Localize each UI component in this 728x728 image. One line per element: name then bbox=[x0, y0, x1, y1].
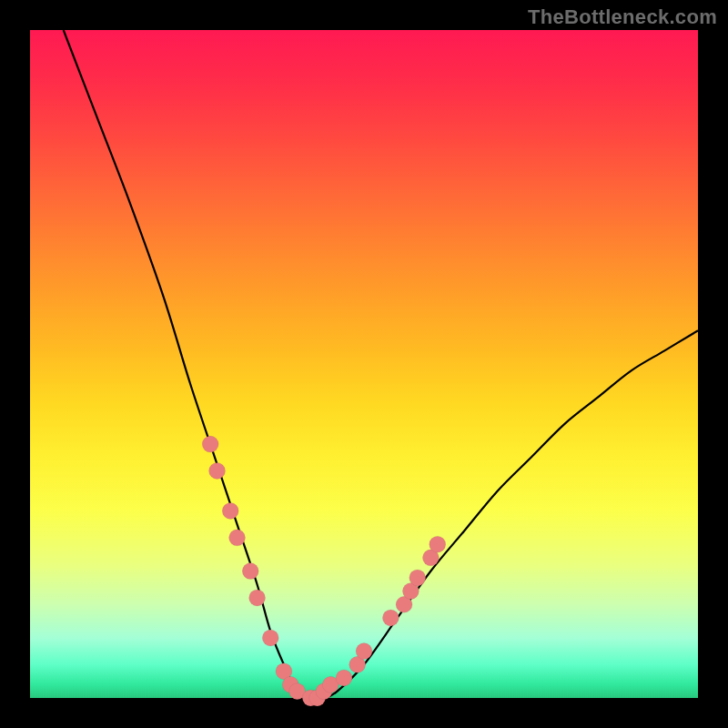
data-point bbox=[249, 590, 266, 606]
data-point bbox=[242, 563, 258, 580]
data-point bbox=[229, 530, 246, 546]
data-point bbox=[356, 643, 372, 660]
chart-plot-area bbox=[30, 30, 698, 698]
data-point bbox=[222, 502, 238, 519]
data-points-group bbox=[202, 436, 446, 706]
watermark-text: TheBottleneck.com bbox=[528, 5, 717, 29]
data-point bbox=[209, 462, 226, 479]
chart-svg bbox=[30, 30, 698, 698]
data-point bbox=[382, 610, 399, 626]
data-point bbox=[202, 436, 218, 452]
data-point bbox=[262, 630, 278, 646]
data-point bbox=[336, 670, 352, 686]
data-point bbox=[410, 570, 426, 586]
bottleneck-curve bbox=[64, 30, 698, 699]
data-point bbox=[430, 536, 446, 552]
